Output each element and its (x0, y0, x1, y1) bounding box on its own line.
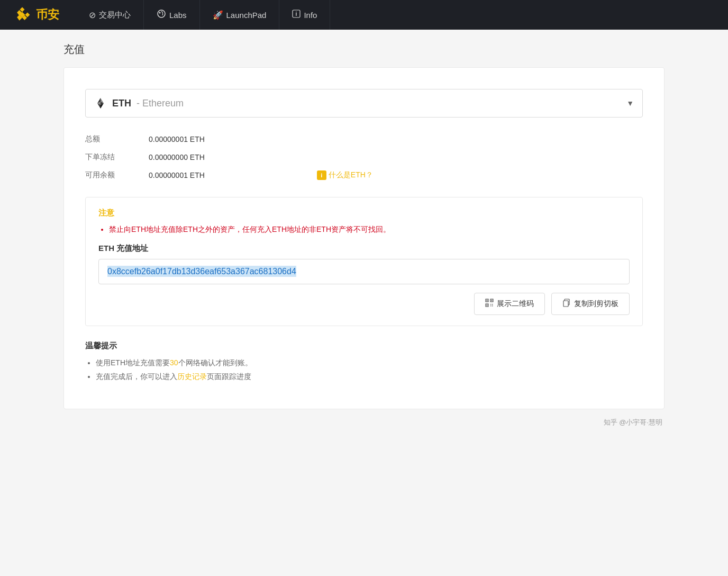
notice-item-0: 禁止向ETH地址充值除ETH之外的资产，任何充入ETH地址的非ETH资产将不可找… (109, 223, 630, 235)
notice-title: 注意 (98, 208, 630, 218)
copy-label: 复制到剪切板 (574, 299, 618, 309)
tips-title: 温馨提示 (85, 341, 643, 351)
svg-rect-25 (492, 305, 493, 307)
notice-box: 注意 禁止向ETH地址充值除ETH之外的资产，任何充入ETH地址的非ETH资产将… (85, 197, 643, 326)
qr-svg-icon (485, 299, 494, 307)
svg-rect-21 (487, 305, 488, 306)
labs-icon (157, 9, 166, 21)
watermark: 知乎 @小宇哥·慧明 (63, 418, 665, 427)
labs-svg-icon (157, 9, 166, 19)
balance-label-0: 总额 (85, 130, 149, 148)
tips-item-0-after: 个网络确认才能到账。 (178, 358, 252, 367)
nav-item-info[interactable]: i Info (279, 0, 330, 30)
trading-icon: ⊘ (89, 10, 96, 20)
main-card: ETH - Ethereum ▼ 总额 0.00000001 ETH 下单冻结 … (63, 67, 665, 409)
what-is-eth-label: 什么是ETH？ (329, 170, 373, 180)
navbar: 币安 ⊘ 交易中心 Labs 🚀 LaunchPad i Info (0, 0, 728, 30)
tips-section: 温馨提示 使用ETH地址充值需要30个网络确认才能到账。 充值完成后，你可以进入… (85, 341, 643, 383)
nav-label-info: Info (304, 11, 317, 20)
svg-rect-23 (492, 304, 493, 305)
brand-logo[interactable]: 币安 (13, 5, 59, 24)
balance-value-1: 0.00000000 ETH (149, 148, 643, 166)
nav-label-labs: Labs (169, 11, 187, 20)
copy-address-button[interactable]: 复制到剪切板 (551, 293, 630, 315)
tips-list: 使用ETH地址充值需要30个网络确认才能到账。 充值完成后，你可以进入历史记录页… (85, 356, 643, 383)
page-container: 充值 ETH - Ethereum ▼ 总额 0.000 (47, 30, 681, 440)
what-is-eth-link[interactable]: i 什么是ETH？ (317, 170, 373, 180)
copy-svg-icon (562, 299, 571, 307)
nav-item-labs[interactable]: Labs (144, 0, 200, 30)
address-buttons: 展示二维码 复制到剪切板 (98, 293, 630, 315)
binance-logo-icon (13, 5, 32, 24)
address-box: 0x8ccefb26a0f17db13d36eaf653a367ac681306… (98, 259, 630, 284)
eth-address[interactable]: 0x8ccefb26a0f17db13d36eaf653a367ac681306… (107, 266, 296, 277)
balance-value-0: 0.00000001 ETH (149, 130, 643, 148)
tips-item-1-before: 充值完成后，你可以进入 (96, 372, 177, 381)
notice-list: 禁止向ETH地址充值除ETH之外的资产，任何充入ETH地址的非ETH资产将不可找… (98, 223, 630, 235)
what-is-eth-icon: i (317, 170, 326, 180)
eth-logo-icon (94, 97, 107, 110)
chevron-down-icon: ▼ (626, 99, 634, 107)
svg-rect-22 (490, 304, 492, 305)
svg-text:i: i (296, 11, 297, 17)
info-svg-icon: i (292, 10, 301, 18)
nav-item-launchpad[interactable]: 🚀 LaunchPad (200, 0, 280, 30)
balance-table: 总额 0.00000001 ETH 下单冻结 0.00000000 ETH 可用… (85, 130, 643, 184)
history-link[interactable]: 历史记录 (177, 372, 207, 381)
nav-label-trading: 交易中心 (99, 10, 131, 20)
svg-rect-19 (492, 300, 493, 301)
balance-label-1: 下单冻结 (85, 148, 149, 166)
nav-item-trading[interactable]: ⊘ 交易中心 (76, 0, 144, 30)
coin-selector[interactable]: ETH - Ethereum ▼ (85, 89, 643, 118)
coin-selector-left: ETH - Ethereum (94, 97, 184, 110)
launchpad-icon: 🚀 (213, 10, 223, 20)
coin-symbol: ETH (112, 98, 131, 109)
tips-item-1-after: 页面跟踪进度 (207, 372, 251, 381)
coin-fullname: - Ethereum (136, 98, 184, 109)
info-icon: i (292, 10, 301, 20)
address-section-label: ETH 充值地址 (98, 244, 630, 254)
svg-rect-17 (487, 300, 488, 301)
svg-point-7 (159, 12, 161, 14)
svg-rect-24 (490, 305, 492, 307)
show-qr-label: 展示二维码 (497, 299, 534, 309)
nav-label-launchpad: LaunchPad (226, 11, 267, 20)
svg-rect-27 (563, 301, 568, 307)
copy-icon (562, 299, 571, 309)
tips-item-0-before: 使用ETH地址充值需要 (96, 358, 170, 367)
page-title: 充值 (63, 42, 665, 57)
brand-name: 币安 (36, 7, 59, 23)
tips-item-0-highlight: 30 (170, 358, 178, 367)
qr-icon (485, 299, 494, 309)
show-qr-button[interactable]: 展示二维码 (474, 293, 545, 315)
tips-item-0: 使用ETH地址充值需要30个网络确认才能到账。 (96, 356, 643, 370)
tips-item-1: 充值完成后，你可以进入历史记录页面跟踪进度 (96, 370, 643, 383)
balance-label-2: 可用余额 (85, 166, 149, 184)
balance-value-2: 0.00000001 ETH i 什么是ETH？ (149, 166, 643, 184)
